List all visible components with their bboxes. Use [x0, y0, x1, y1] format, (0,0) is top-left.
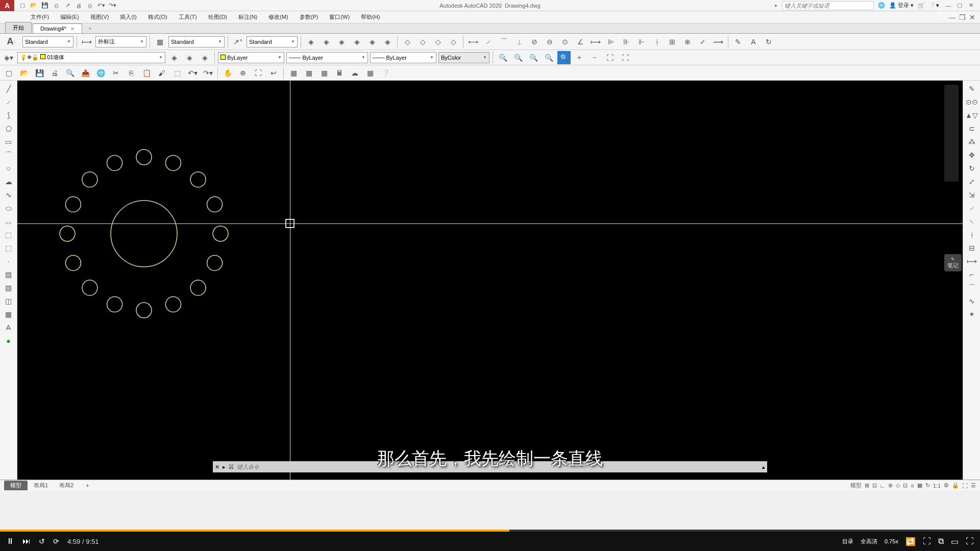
- doc-restore-icon[interactable]: ❐: [958, 13, 967, 21]
- dim-center-icon[interactable]: ⊕: [681, 35, 694, 48]
- plotstyle-dropdown[interactable]: ByColor▼: [438, 52, 489, 63]
- zoom-rt-icon[interactable]: ⊕: [236, 66, 250, 80]
- publish-icon[interactable]: 📤: [79, 66, 92, 80]
- move-icon[interactable]: ✥: [966, 149, 978, 161]
- navigation-bar[interactable]: [944, 85, 959, 182]
- status-grid-icon[interactable]: ⊞: [865, 482, 869, 489]
- minimize-icon[interactable]: —: [943, 1, 953, 10]
- menu-parametric[interactable]: 参数(P): [295, 12, 324, 22]
- ellipse-icon[interactable]: ⬭: [3, 202, 15, 214]
- command-line[interactable]: ✕ ▸ ☵ ▴: [213, 461, 767, 472]
- pip-icon[interactable]: ⧉: [938, 537, 944, 546]
- break-at-icon[interactable]: ⟊: [966, 229, 978, 241]
- video-speed[interactable]: 0.75x: [885, 538, 898, 544]
- mirror-icon[interactable]: ▲▽: [966, 109, 978, 121]
- dim-textedit-icon[interactable]: A: [747, 35, 760, 48]
- refresh-icon[interactable]: ⟳: [53, 537, 59, 545]
- erase-icon[interactable]: ✎: [966, 83, 978, 95]
- doc-minimize-icon[interactable]: —: [947, 13, 957, 21]
- zoom-prev-icon[interactable]: ↩: [267, 66, 280, 80]
- extend-icon[interactable]: ⟍: [966, 215, 978, 228]
- circle-icon[interactable]: ○: [3, 162, 15, 174]
- text-style-dropdown[interactable]: Standard▼: [22, 36, 74, 47]
- new2-icon[interactable]: ▢: [2, 66, 15, 80]
- linetype-dropdown[interactable]: ─── ByLayer▼: [286, 52, 368, 63]
- undo2-icon[interactable]: ↶▾: [186, 66, 199, 80]
- web-icon[interactable]: ↗: [62, 1, 72, 10]
- layer-dropdown[interactable]: 💡❄🔓 01墙体▼: [17, 52, 165, 63]
- fillet-icon[interactable]: ⌒: [966, 282, 978, 294]
- help2-icon[interactable]: ❔: [379, 66, 392, 80]
- layer-prev-icon[interactable]: ◈: [167, 51, 181, 64]
- tab-start[interactable]: 开始: [5, 22, 32, 33]
- status-scale[interactable]: 1:1: [933, 483, 941, 489]
- loop-icon[interactable]: 🔁: [905, 537, 916, 546]
- cmd-close-icon[interactable]: ✕: [215, 464, 219, 470]
- rectangle-icon[interactable]: ▭: [3, 136, 15, 148]
- settings-icon[interactable]: ⛶: [923, 537, 931, 546]
- fullscreen-icon[interactable]: ⛶: [966, 537, 974, 546]
- status-snap-icon[interactable]: ⊡: [872, 482, 877, 489]
- revcloud-icon[interactable]: ☁: [3, 176, 15, 188]
- text-style-icon[interactable]: A↓: [2, 35, 20, 48]
- zoom-extents-icon[interactable]: ⛶: [619, 51, 632, 64]
- dim-angular-icon[interactable]: ∠: [574, 35, 587, 48]
- print-icon[interactable]: ⎙: [85, 1, 95, 10]
- cmd-expand-icon[interactable]: ▴: [762, 464, 765, 470]
- dim-update-icon[interactable]: ↻: [762, 35, 775, 48]
- layer9-icon[interactable]: ◇: [431, 35, 445, 48]
- chamfer-icon[interactable]: ⌐: [966, 268, 978, 281]
- insert-block-icon[interactable]: ⬚: [3, 229, 15, 241]
- save2-icon[interactable]: 💾: [33, 66, 46, 80]
- copy-icon[interactable]: ⎘: [125, 66, 138, 80]
- zoom-all-icon[interactable]: ⛶: [603, 51, 617, 64]
- zoom-out-icon[interactable]: －: [588, 51, 601, 64]
- tab-close-icon[interactable]: ✕: [70, 26, 75, 32]
- paste-icon[interactable]: 📋: [140, 66, 153, 80]
- open-icon[interactable]: 📂: [29, 1, 39, 10]
- status-osnap-icon[interactable]: ⊡: [903, 482, 908, 489]
- status-ortho-icon[interactable]: ∟: [880, 483, 886, 489]
- mleader-style-dropdown[interactable]: Standard▼: [247, 36, 298, 47]
- tool-palette-icon[interactable]: ▦: [317, 66, 331, 80]
- pan-icon[interactable]: ✋: [221, 66, 234, 80]
- zoom-center-icon[interactable]: 🔍: [542, 51, 555, 64]
- dim-tolerance-icon[interactable]: ⊞: [666, 35, 679, 48]
- spline-icon[interactable]: ∿: [3, 189, 15, 201]
- menu-dimension[interactable]: 标注(N): [233, 12, 262, 22]
- menu-view[interactable]: 视图(V): [85, 12, 114, 22]
- dim-jogline-icon[interactable]: ⟿: [712, 35, 725, 48]
- zoom-window-icon[interactable]: 🔍: [496, 51, 509, 64]
- redo-icon[interactable]: ↷▾: [107, 1, 117, 10]
- dim-style-dropdown[interactable]: 外标注▼: [95, 36, 146, 47]
- dim-space-icon[interactable]: ⊩: [635, 35, 648, 48]
- close-icon[interactable]: ✕: [966, 1, 976, 10]
- layer7-icon[interactable]: ◇: [401, 35, 414, 48]
- layer-iso-icon[interactable]: ◈: [198, 51, 211, 64]
- status-lock-icon[interactable]: 🔒: [952, 482, 959, 489]
- saveas-icon[interactable]: ⎙: [51, 1, 61, 10]
- rotate-icon[interactable]: ↻: [966, 162, 978, 174]
- tab-model[interactable]: 模型: [4, 481, 28, 490]
- tab-layout2[interactable]: 布局2: [54, 481, 79, 490]
- next-icon[interactable]: ⏭: [22, 537, 31, 546]
- line-icon[interactable]: ╱: [3, 83, 15, 95]
- status-polar-icon[interactable]: ⊛: [888, 482, 893, 489]
- layer5-icon[interactable]: ◈: [365, 35, 379, 48]
- help-icon[interactable]: ❔▾: [929, 2, 939, 9]
- help-search-input[interactable]: [782, 1, 874, 10]
- menu-modify[interactable]: 修改(M): [263, 12, 293, 22]
- zoom-scale-icon[interactable]: 🔍: [527, 51, 540, 64]
- command-input[interactable]: [237, 464, 759, 470]
- zoom-in-icon[interactable]: ＋: [573, 51, 586, 64]
- quickcalc-icon[interactable]: ▦: [363, 66, 377, 80]
- mtext-icon[interactable]: A: [3, 321, 15, 334]
- props-icon[interactable]: ▦: [287, 66, 300, 80]
- new-icon[interactable]: ▢: [17, 1, 28, 10]
- undo-icon[interactable]: ↶▾: [96, 1, 106, 10]
- join-icon[interactable]: ⟼: [966, 255, 978, 267]
- dim-diameter-icon[interactable]: ⊖: [543, 35, 556, 48]
- tab-add-layout[interactable]: ＋: [80, 481, 95, 490]
- table-style-icon[interactable]: ▦: [153, 35, 166, 48]
- table-icon[interactable]: ▦: [3, 308, 15, 320]
